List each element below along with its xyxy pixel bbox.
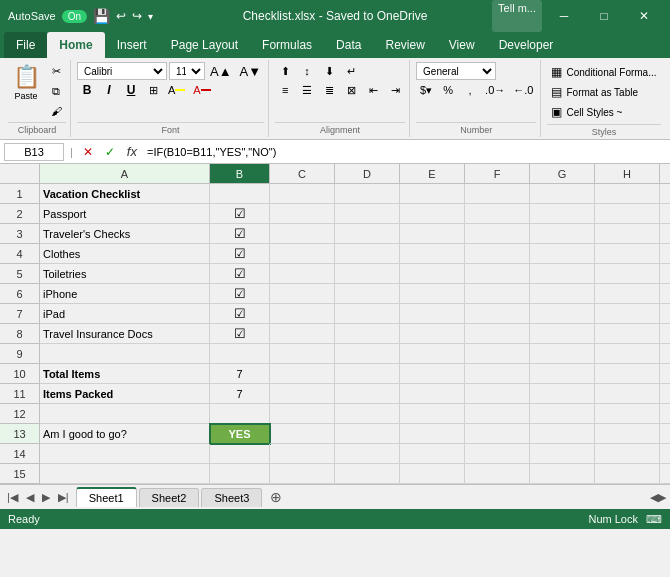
cell-c11[interactable] [270, 384, 335, 404]
cell-c1[interactable] [270, 184, 335, 204]
cell-d2[interactable] [335, 204, 400, 224]
format-as-table-btn[interactable]: ▤ Format as Table [547, 82, 660, 102]
cell-i14[interactable] [660, 444, 670, 464]
copy-button[interactable]: ⧉ [46, 82, 66, 100]
align-top-btn[interactable]: ⬆ [275, 62, 295, 80]
conditional-format-btn[interactable]: ▦ Conditional Forma... [547, 62, 660, 82]
cell-a14[interactable] [40, 444, 210, 464]
maximize-btn[interactable]: □ [586, 0, 622, 32]
cell-f14[interactable] [465, 444, 530, 464]
percent-btn[interactable]: % [438, 81, 458, 99]
row-header-15[interactable]: 15 [0, 464, 40, 484]
col-header-i[interactable]: I [660, 164, 670, 184]
cell-c13[interactable] [270, 424, 335, 444]
tab-developer[interactable]: Developer [487, 32, 566, 58]
fx-icon[interactable]: fx [123, 144, 141, 159]
cell-c9[interactable] [270, 344, 335, 364]
cell-h8[interactable] [595, 324, 660, 344]
cell-f8[interactable] [465, 324, 530, 344]
cell-i7[interactable] [660, 304, 670, 324]
tab-scroll-last[interactable]: ▶| [55, 489, 72, 506]
cell-g7[interactable] [530, 304, 595, 324]
underline-button[interactable]: U [121, 81, 141, 99]
cell-d11[interactable] [335, 384, 400, 404]
cell-d9[interactable] [335, 344, 400, 364]
undo-icon[interactable]: ↩ [116, 9, 126, 23]
cell-g12[interactable] [530, 404, 595, 424]
cell-e4[interactable] [400, 244, 465, 264]
cell-g9[interactable] [530, 344, 595, 364]
cell-h11[interactable] [595, 384, 660, 404]
cell-a2[interactable]: Passport [40, 204, 210, 224]
tab-scroll-first[interactable]: |◀ [4, 489, 21, 506]
row-header-6[interactable]: 6 [0, 284, 40, 304]
cell-i4[interactable] [660, 244, 670, 264]
merge-btn[interactable]: ⊠ [341, 81, 361, 99]
confirm-icon[interactable]: ✓ [101, 145, 119, 159]
cell-g5[interactable] [530, 264, 595, 284]
cell-b3[interactable]: ☑ [210, 224, 270, 244]
col-header-h[interactable]: H [595, 164, 660, 184]
cell-a6[interactable]: iPhone [40, 284, 210, 304]
font-name-selector[interactable]: Calibri [77, 62, 167, 80]
row-header-12[interactable]: 12 [0, 404, 40, 424]
border-button[interactable]: ⊞ [143, 81, 163, 99]
tab-data[interactable]: Data [324, 32, 373, 58]
cell-e9[interactable] [400, 344, 465, 364]
cell-f11[interactable] [465, 384, 530, 404]
cell-d5[interactable] [335, 264, 400, 284]
cell-e2[interactable] [400, 204, 465, 224]
cell-a15[interactable] [40, 464, 210, 484]
cell-i13[interactable] [660, 424, 670, 444]
cell-f1[interactable] [465, 184, 530, 204]
row-header-7[interactable]: 7 [0, 304, 40, 324]
cell-e7[interactable] [400, 304, 465, 324]
italic-button[interactable]: I [99, 81, 119, 99]
cell-b1[interactable] [210, 184, 270, 204]
cell-g4[interactable] [530, 244, 595, 264]
cell-i12[interactable] [660, 404, 670, 424]
cell-f12[interactable] [465, 404, 530, 424]
align-right-btn[interactable]: ≣ [319, 81, 339, 99]
tab-scroll-prev[interactable]: ◀ [23, 489, 37, 506]
cell-i1[interactable] [660, 184, 670, 204]
row-header-4[interactable]: 4 [0, 244, 40, 264]
cell-a9[interactable] [40, 344, 210, 364]
cell-h2[interactable] [595, 204, 660, 224]
cell-b15[interactable] [210, 464, 270, 484]
increase-font-btn[interactable]: A▲ [207, 62, 235, 80]
cell-g10[interactable] [530, 364, 595, 384]
close-btn[interactable]: ✕ [626, 0, 662, 32]
tab-formulas[interactable]: Formulas [250, 32, 324, 58]
align-center-btn[interactable]: ☰ [297, 81, 317, 99]
h-scroll-left[interactable]: ◀ [650, 491, 658, 504]
cell-c8[interactable] [270, 324, 335, 344]
cell-a4[interactable]: Clothes [40, 244, 210, 264]
sheet-tab-sheet1[interactable]: Sheet1 [76, 487, 137, 507]
col-header-b[interactable]: B [210, 164, 270, 184]
row-header-8[interactable]: 8 [0, 324, 40, 344]
cell-c2[interactable] [270, 204, 335, 224]
cell-d1[interactable] [335, 184, 400, 204]
cell-d10[interactable] [335, 364, 400, 384]
number-format-selector[interactable]: General [416, 62, 496, 80]
cell-a8[interactable]: Travel Insurance Docs [40, 324, 210, 344]
col-header-c[interactable]: C [270, 164, 335, 184]
font-size-selector[interactable]: 11 [169, 62, 205, 80]
cell-styles-btn[interactable]: ▣ Cell Styles ~ [547, 102, 660, 122]
tab-page-layout[interactable]: Page Layout [159, 32, 250, 58]
align-left-btn[interactable]: ≡ [275, 81, 295, 99]
cell-h10[interactable] [595, 364, 660, 384]
cell-e1[interactable] [400, 184, 465, 204]
increase-indent-btn[interactable]: ⇥ [385, 81, 405, 99]
cell-h9[interactable] [595, 344, 660, 364]
cell-a5[interactable]: Toiletries [40, 264, 210, 284]
tab-scroll-next[interactable]: ▶ [39, 489, 53, 506]
cell-g2[interactable] [530, 204, 595, 224]
cell-h5[interactable] [595, 264, 660, 284]
cell-a3[interactable]: Traveler's Checks [40, 224, 210, 244]
cell-c6[interactable] [270, 284, 335, 304]
cell-b6[interactable]: ☑ [210, 284, 270, 304]
cell-g14[interactable] [530, 444, 595, 464]
cell-b10[interactable]: 7 [210, 364, 270, 384]
